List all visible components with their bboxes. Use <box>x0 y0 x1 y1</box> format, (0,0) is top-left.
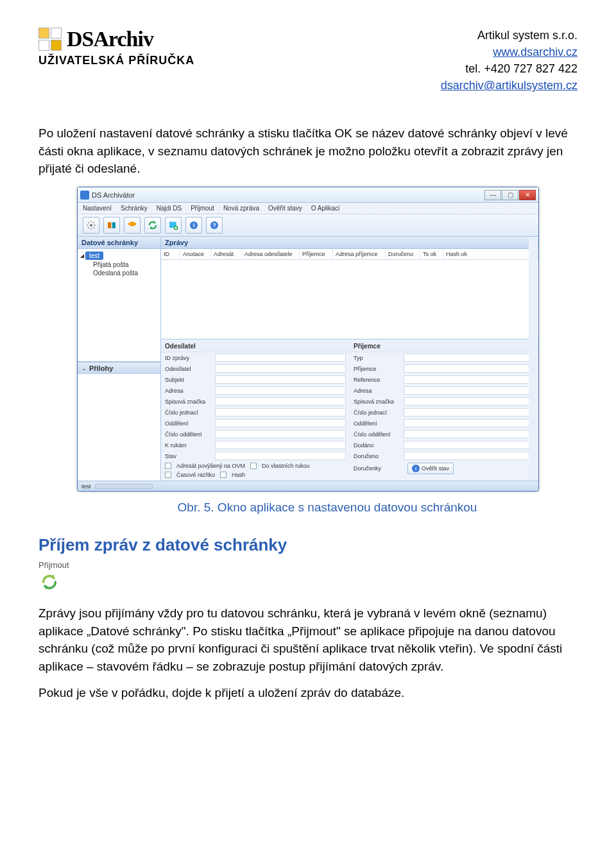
verify-status-label: Ověřit stav <box>422 465 449 472</box>
menu-nova-zprava[interactable]: Nová zpráva <box>223 205 259 212</box>
val-cislo-oddeleni-r[interactable] <box>404 430 535 438</box>
lbl-spisova-r: Spisová značka <box>354 398 404 405</box>
window-titlebar: DS Archivátor — ▢ ✕ <box>78 187 538 203</box>
app-icon <box>80 191 89 200</box>
col-adresa-odesilatele[interactable]: Adresa odesílatele <box>242 249 300 259</box>
tb-new-message[interactable] <box>165 217 182 234</box>
val-oddeleni-r[interactable] <box>404 419 535 427</box>
tb-find[interactable] <box>124 217 141 234</box>
prijmout-button-illustration: Přijmout <box>38 560 578 593</box>
lbl-stav: Stav <box>165 453 215 459</box>
toolbar: i ? <box>78 214 538 237</box>
prijmout-label: Přijmout <box>38 560 578 570</box>
val-adresa-r[interactable] <box>404 386 535 395</box>
col-prijemce[interactable]: Příjemce <box>300 249 333 259</box>
logo: DSArchiv <box>38 27 194 51</box>
tree-sent[interactable]: Odeslaná pošta <box>80 270 158 277</box>
val-spisova-s[interactable] <box>215 397 346 406</box>
menu-schranky[interactable]: Schránky <box>121 205 148 212</box>
tb-verify[interactable]: i <box>185 217 202 234</box>
col-anotace[interactable]: Anotace <box>180 249 211 259</box>
tb-receive[interactable] <box>144 217 161 234</box>
chk-casove-razitko[interactable] <box>165 472 171 478</box>
tree-inbox[interactable]: Přijatá pošta <box>80 261 158 268</box>
col-adresat[interactable]: Adresát <box>211 249 242 259</box>
scrollbar[interactable] <box>529 237 538 481</box>
col-ts-ok[interactable]: Ts ok <box>420 249 443 259</box>
col-id[interactable]: ID <box>161 249 180 259</box>
mailbox-tree: ◢ test Přijatá pošta Odeslaná pošta <box>78 249 160 362</box>
lbl-spisova-s: Spisová značka <box>165 398 215 405</box>
val-reference[interactable] <box>404 375 535 384</box>
menu-bar: Nastavení Schránky Najdi DS Přijmout Nov… <box>78 203 538 214</box>
val-typ[interactable] <box>404 354 535 362</box>
paragraph-receive: Zprávy jsou přijímány vždy pro tu datovo… <box>38 604 578 675</box>
sender-column: Odesílatel ID zprávy Odesílatel Subjekt … <box>161 339 350 481</box>
chk-hash-label: Hash <box>232 472 245 478</box>
maximize-button[interactable]: ▢ <box>502 190 518 200</box>
chk-do-vlastnich-rukou[interactable] <box>250 463 257 469</box>
tree-expand-icon[interactable]: ◢ <box>80 253 84 259</box>
sidebar: Datové schránky ◢ test Přijatá pošta Ode… <box>78 237 161 481</box>
statusbar-text: test <box>81 483 91 490</box>
chk-do-vlastnich-rukou-label: Do vlastních rukou <box>262 463 310 469</box>
val-subjekt[interactable] <box>215 375 346 384</box>
chevron-down-icon: ⌄ <box>81 365 87 372</box>
detail-panel: Odesílatel ID zprávy Odesílatel Subjekt … <box>161 339 538 481</box>
val-adresa-s[interactable] <box>215 386 346 395</box>
logo-text: DSArchiv <box>67 27 153 51</box>
website-link[interactable]: www.dsarchiv.cz <box>493 46 578 58</box>
lbl-cislo-jednaci-r: Číslo jednací <box>354 409 404 416</box>
val-k-rukam[interactable] <box>215 441 346 449</box>
tb-mailboxes[interactable] <box>103 217 120 234</box>
menu-overit-stavy[interactable]: Ověřit stavy <box>268 205 302 212</box>
menu-nastaveni[interactable]: Nastavení <box>83 205 112 212</box>
val-dodano[interactable] <box>404 441 535 449</box>
val-cislo-oddeleni-s[interactable] <box>215 430 346 438</box>
chk-hash[interactable] <box>220 472 227 478</box>
tb-settings[interactable] <box>83 217 99 234</box>
section-heading: Příjem zpráv z datové schránky <box>38 535 578 555</box>
val-cislo-jednaci-r[interactable] <box>404 408 535 416</box>
menu-najdi-ds[interactable]: Najdi DS <box>157 205 182 212</box>
recipient-column: Příjemce Typ Příjemce Reference Adresa S… <box>350 339 538 481</box>
email-link[interactable]: dsarchiv@artikulsystem.cz <box>441 79 578 92</box>
val-stav[interactable] <box>215 452 346 460</box>
attachments-label: Přílohy <box>89 364 113 372</box>
svg-rect-1 <box>108 222 111 228</box>
col-hash-ok[interactable]: Hash ok <box>443 249 538 259</box>
val-cislo-jednaci-s[interactable] <box>215 408 346 416</box>
menu-o-aplikaci[interactable]: O Aplikaci <box>311 205 339 212</box>
chk-adresat-ovm[interactable] <box>165 463 171 469</box>
tb-about[interactable]: ? <box>206 217 223 234</box>
lbl-cislo-jednaci-s: Číslo jednací <box>165 409 215 416</box>
app-window: DS Archivátor — ▢ ✕ Nastavení Schránky N… <box>77 187 539 492</box>
val-spisova-r[interactable] <box>404 397 535 406</box>
attachments-panel-header[interactable]: ⌄ Přílohy <box>78 362 160 374</box>
val-oddeleni-s[interactable] <box>215 419 346 427</box>
lbl-cislo-oddeleni-r: Číslo oddělení <box>354 431 404 438</box>
lbl-oddeleni-s: Oddělení <box>165 420 215 427</box>
lbl-adresa-r: Adresa <box>354 388 404 394</box>
sidebar-mailboxes-header: Datové schránky <box>78 237 160 249</box>
status-bar: test <box>78 481 538 491</box>
minimize-button[interactable]: — <box>484 190 501 200</box>
val-doruceno[interactable] <box>404 452 535 460</box>
verify-status-button[interactable]: i Ověřit stav <box>407 463 454 474</box>
close-button[interactable]: ✕ <box>519 190 536 200</box>
lbl-id-zpravy: ID zprávy <box>165 355 215 361</box>
statusbar-track <box>95 484 153 489</box>
val-id-zpravy[interactable] <box>215 354 346 362</box>
paragraph-intro: Po uložení nastavení datové schránky a s… <box>38 124 578 178</box>
lbl-adresa-s: Adresa <box>165 388 215 394</box>
col-doruceno[interactable]: Doručeno <box>386 249 420 259</box>
grid-body <box>161 260 538 339</box>
tree-root[interactable]: ◢ test <box>80 252 158 260</box>
sender-header: Odesílatel <box>161 341 350 352</box>
tree-root-label: test <box>85 252 103 260</box>
val-prijemce[interactable] <box>404 364 535 373</box>
col-adresa-prijemce[interactable]: Adresa příjemce <box>333 249 386 259</box>
val-odesilatel[interactable] <box>215 364 346 373</box>
menu-prijmout[interactable]: Přijmout <box>191 205 214 212</box>
lbl-cislo-oddeleni-s: Číslo oddělení <box>165 431 215 438</box>
